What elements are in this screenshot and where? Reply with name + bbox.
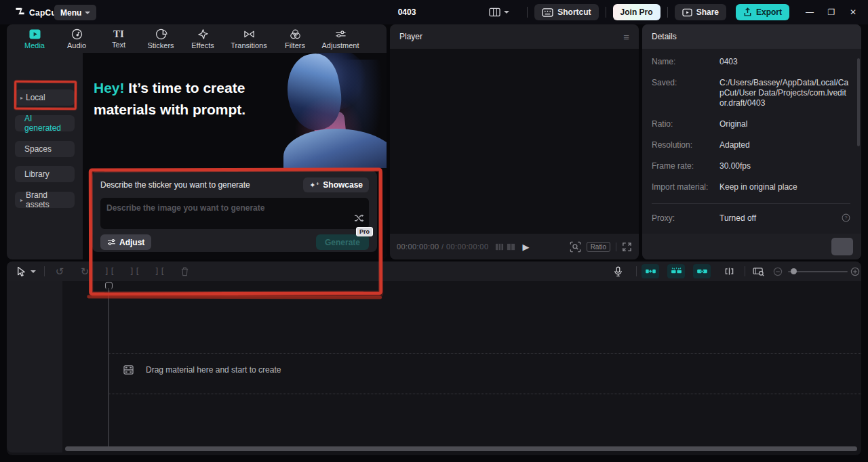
tab-text[interactable]: TI Text <box>99 28 138 49</box>
workspace-layout-button[interactable] <box>489 7 509 17</box>
detail-value: C:/Users/Bassey/AppData/Local/CapCut/Use… <box>719 78 850 108</box>
tab-adjustment[interactable]: Adjustment <box>317 28 363 49</box>
join-pro-label: Join Pro <box>620 7 653 17</box>
detail-value: Adapted <box>719 140 850 150</box>
svg-text:?: ? <box>844 215 847 221</box>
divider <box>44 266 45 276</box>
pro-badge: Pro <box>356 227 373 236</box>
divider <box>616 243 616 251</box>
delete-button[interactable] <box>175 261 194 281</box>
details-title: Details <box>642 24 861 49</box>
maximize-button[interactable]: ❐ <box>821 0 842 24</box>
track-header-gutter <box>7 281 62 453</box>
sidebar-item-library[interactable]: Library <box>15 166 75 182</box>
auto-ripple-toggle[interactable] <box>642 264 659 278</box>
shuffle-icon[interactable] <box>354 213 364 225</box>
adjust-button-label: Adjust <box>119 238 144 247</box>
frame-grid-icon-2[interactable] <box>507 243 515 251</box>
timeline-area[interactable]: Drag material here and start to create <box>7 281 861 455</box>
sidebar-item-ai-generated[interactable]: AI generated <box>15 115 75 131</box>
sidebar-item-spaces[interactable]: Spaces <box>15 141 75 157</box>
tab-transitions[interactable]: Transitions <box>225 28 273 49</box>
timeline-preview-button[interactable] <box>749 261 769 281</box>
hero-headline-highlight: Hey! <box>94 80 125 96</box>
minimize-button[interactable]: — <box>799 0 821 24</box>
player-menu-icon[interactable]: ≡ <box>623 31 629 43</box>
media-sidebar: ▸ Local AI generated Spaces Library ▸ Br… <box>7 53 83 259</box>
ai-generated-content: Hey! It’s time to create materials with … <box>83 53 387 259</box>
prompt-input[interactable] <box>100 198 369 229</box>
detail-row-import: Import material: Keep in original place <box>652 182 850 192</box>
shortcut-button[interactable]: Shortcut <box>534 4 598 20</box>
player-title: Player <box>399 32 422 41</box>
generate-button[interactable]: Generate <box>316 234 369 250</box>
proxy-help-icon[interactable]: ? <box>842 213 850 224</box>
filters-icon <box>289 28 302 40</box>
adjustment-icon <box>334 28 347 40</box>
frame-grid-icon[interactable] <box>495 243 504 251</box>
adjust-sliders-icon <box>107 238 116 246</box>
tab-stickers[interactable]: Stickers <box>141 28 180 49</box>
select-tool-caret-icon[interactable] <box>28 261 38 281</box>
redo-button[interactable]: ↻ <box>75 261 94 281</box>
tab-audio[interactable]: Audio <box>57 28 96 49</box>
detail-value: Keep in original place <box>719 182 850 192</box>
undo-button[interactable]: ↺ <box>50 261 69 281</box>
timeline-horizontal-scrollbar[interactable] <box>65 446 857 451</box>
preview-zoom-icon[interactable] <box>570 241 581 253</box>
tab-filters[interactable]: Filters <box>275 28 315 49</box>
delete-right-button[interactable]: ][ <box>151 261 170 281</box>
adjust-button[interactable]: Adjust <box>100 234 151 250</box>
zoom-slider-handle[interactable] <box>791 268 797 274</box>
expand-caret-icon: ▸ <box>20 95 23 101</box>
link-clips-toggle[interactable] <box>693 264 711 278</box>
tab-text-label: Text <box>112 41 125 49</box>
fullscreen-icon[interactable] <box>622 242 632 252</box>
player-panel: Player ≡ 00:00:00:00 / 00:00:00:00 ▶ Rat… <box>390 24 639 259</box>
menu-button[interactable]: Menu <box>54 5 96 20</box>
export-button-label: Export <box>756 7 782 17</box>
empty-track-hint: Drag material here and start to create <box>123 365 281 375</box>
capcut-logo: CapCut <box>15 6 59 19</box>
sidebar-item-ai-generated-label: AI generated <box>24 114 69 133</box>
sidebar-item-local[interactable]: ▸ Local <box>15 89 75 106</box>
sidebar-item-brand-assets[interactable]: ▸ Brand assets <box>15 192 75 208</box>
transitions-icon <box>243 28 256 40</box>
asset-tab-bar: Media Audio TI Text Stickers Effects Tra… <box>7 24 387 53</box>
modify-button[interactable] <box>831 238 853 255</box>
divider <box>636 266 637 276</box>
details-scrollbar[interactable] <box>857 58 860 146</box>
zoom-out-button[interactable] <box>770 261 785 281</box>
play-button[interactable]: ▶ <box>522 242 529 252</box>
delete-left-button[interactable]: ][ <box>125 261 144 281</box>
export-button[interactable]: Export <box>736 4 789 20</box>
shortcut-button-label: Shortcut <box>557 7 591 17</box>
magnetic-snap-toggle[interactable] <box>667 264 685 278</box>
record-voiceover-button[interactable] <box>609 261 627 281</box>
detail-row-name: Name: 0403 <box>652 57 850 67</box>
total-time: 00:00:00:00 <box>446 243 489 251</box>
unlink-preview-button[interactable] <box>719 261 739 281</box>
select-tool-button[interactable] <box>12 261 28 281</box>
cyborg-hero-image <box>251 53 387 168</box>
close-button[interactable]: ✕ <box>842 0 864 24</box>
export-icon <box>743 7 752 17</box>
effects-star-icon <box>197 28 210 40</box>
chevron-down-icon <box>504 11 509 14</box>
sidebar-item-brand-assets-label: Brand assets <box>26 190 69 209</box>
tab-media[interactable]: Media <box>15 28 54 49</box>
generate-button-label: Generate <box>325 238 360 247</box>
split-button[interactable]: ][ <box>100 261 119 281</box>
ratio-button[interactable]: Ratio <box>587 242 610 252</box>
expand-caret-icon: ▸ <box>20 197 23 203</box>
tab-audio-label: Audio <box>67 41 86 49</box>
zoom-in-button[interactable] <box>848 261 863 281</box>
detail-row-saved: Saved: C:/Users/Bassey/AppData/Local/Cap… <box>652 78 850 108</box>
join-pro-button[interactable]: Join Pro <box>613 4 660 20</box>
tab-effects[interactable]: Effects <box>183 28 222 49</box>
empty-track-hint-text: Drag material here and start to create <box>146 365 281 375</box>
timeline-zoom-slider[interactable] <box>788 271 848 272</box>
divider <box>667 7 668 18</box>
showcase-button[interactable]: ✦⁺ Showcase <box>303 177 369 192</box>
share-button[interactable]: Share <box>675 4 726 20</box>
